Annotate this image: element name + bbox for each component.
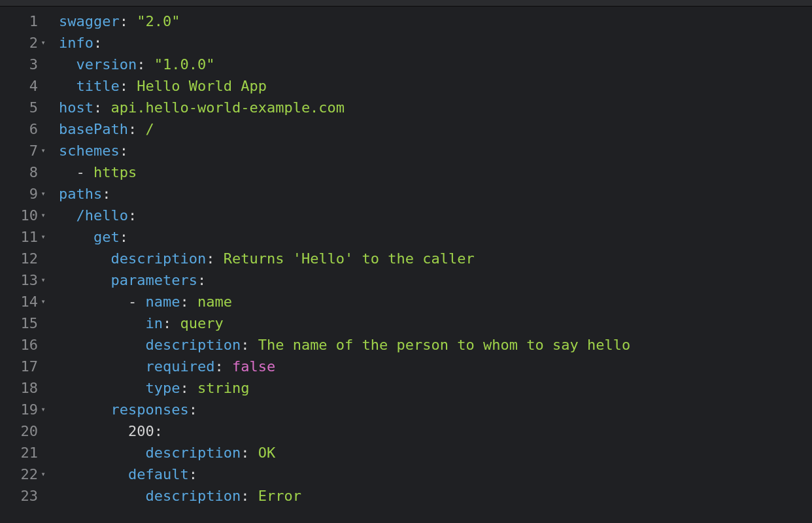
code-line[interactable]: description: Error bbox=[59, 485, 812, 507]
code-token-plain bbox=[59, 380, 145, 396]
code-line[interactable]: type: string bbox=[59, 377, 812, 399]
line-number: 4 bbox=[0, 75, 52, 97]
fold-toggle-icon[interactable]: ▾ bbox=[39, 399, 47, 420]
line-number-text: 19 bbox=[21, 401, 39, 418]
line-number: 20 bbox=[0, 420, 52, 442]
code-token-plain bbox=[59, 337, 145, 353]
code-token-punct: : bbox=[163, 315, 180, 331]
code-token-plain bbox=[59, 229, 93, 245]
line-number: 11▾ bbox=[0, 226, 52, 248]
code-token-str: "2.0" bbox=[137, 13, 180, 29]
code-token-key: default bbox=[128, 466, 189, 482]
line-number-text: 12 bbox=[21, 250, 39, 267]
code-line[interactable]: required: false bbox=[59, 356, 812, 377]
code-token-str: Hello World App bbox=[137, 78, 267, 94]
code-token-key: paths bbox=[59, 186, 102, 202]
code-line[interactable]: 200: bbox=[59, 420, 812, 442]
code-token-plain bbox=[59, 315, 145, 331]
code-line[interactable]: default: bbox=[59, 464, 812, 485]
line-number-text: 7 bbox=[29, 143, 38, 159]
code-token-punct: : bbox=[189, 401, 197, 418]
code-token-key: type bbox=[145, 380, 180, 396]
code-token-punct: : bbox=[241, 488, 258, 504]
line-number: 12 bbox=[0, 248, 52, 269]
line-number: 7▾ bbox=[0, 140, 52, 161]
line-number: 17 bbox=[0, 356, 52, 377]
code-token-key: name bbox=[145, 294, 180, 310]
code-token-key: description bbox=[145, 445, 241, 461]
fold-toggle-icon[interactable]: ▾ bbox=[39, 32, 47, 54]
code-line[interactable]: responses: bbox=[59, 399, 812, 420]
code-line[interactable]: in: query bbox=[59, 312, 812, 334]
line-number: 2▾ bbox=[0, 32, 52, 54]
code-token-str: The name of the person to whom to say he… bbox=[258, 337, 631, 353]
code-token-key: title bbox=[76, 78, 120, 94]
line-number: 15 bbox=[0, 312, 52, 334]
fold-toggle-icon[interactable]: ▾ bbox=[39, 226, 47, 248]
code-token-str: query bbox=[180, 315, 223, 331]
code-token-punct: : bbox=[180, 294, 197, 310]
fold-toggle-icon[interactable]: ▾ bbox=[39, 464, 47, 485]
line-number-gutter: 12▾34567▾89▾10▾11▾1213▾14▾1516171819▾202… bbox=[0, 7, 52, 523]
code-line[interactable]: - name: name bbox=[59, 291, 812, 312]
line-number-text: 10 bbox=[21, 207, 39, 224]
code-line[interactable]: parameters: bbox=[59, 269, 812, 291]
code-line[interactable]: description: OK bbox=[59, 442, 812, 464]
code-token-punct: : bbox=[93, 99, 111, 116]
code-token-plain bbox=[59, 358, 145, 375]
code-line[interactable]: - https bbox=[59, 161, 812, 183]
line-number: 21 bbox=[0, 442, 52, 464]
code-token-punct: : bbox=[120, 143, 128, 159]
code-area[interactable]: swagger: "2.0"info: version: "1.0.0" tit… bbox=[52, 7, 812, 523]
code-line[interactable]: schemes: bbox=[59, 140, 812, 161]
code-token-str: "1.0.0" bbox=[154, 56, 215, 73]
code-line[interactable]: description: Returns 'Hello' to the call… bbox=[59, 248, 812, 269]
code-token-punct: - bbox=[128, 294, 146, 310]
code-token-key: /hello bbox=[76, 207, 128, 224]
code-line[interactable]: description: The name of the person to w… bbox=[59, 334, 812, 356]
code-token-key: parameters bbox=[110, 272, 197, 288]
code-token-punct: : bbox=[241, 445, 258, 461]
code-token-key: required bbox=[145, 358, 214, 375]
fold-toggle-icon[interactable]: ▾ bbox=[39, 291, 47, 312]
line-number-text: 1 bbox=[29, 13, 38, 29]
code-line[interactable]: basePath: / bbox=[59, 118, 812, 140]
code-token-punct: : bbox=[154, 423, 163, 439]
code-token-punct: : bbox=[102, 186, 110, 202]
code-token-str: Returns 'Hello' to the caller bbox=[224, 250, 475, 267]
code-line[interactable]: get: bbox=[59, 226, 812, 248]
fold-toggle-icon[interactable]: ▾ bbox=[39, 269, 47, 291]
code-editor[interactable]: 12▾34567▾89▾10▾11▾1213▾14▾1516171819▾202… bbox=[0, 7, 812, 523]
code-line[interactable]: /hello: bbox=[59, 205, 812, 226]
line-number: 23 bbox=[0, 485, 52, 507]
fold-toggle-icon[interactable]: ▾ bbox=[39, 183, 47, 205]
code-line[interactable]: swagger: "2.0" bbox=[59, 10, 812, 32]
line-number-text: 15 bbox=[21, 315, 39, 331]
code-line[interactable]: paths: bbox=[59, 183, 812, 205]
code-token-num: 200 bbox=[128, 423, 154, 439]
code-token-str: name bbox=[197, 294, 232, 310]
code-token-punct: : bbox=[241, 337, 258, 353]
line-number-text: 2 bbox=[29, 35, 38, 51]
code-token-plain bbox=[59, 488, 145, 504]
code-token-punct: - bbox=[76, 164, 94, 180]
code-line[interactable]: host: api.hello-world-example.com bbox=[59, 97, 812, 118]
code-line[interactable]: version: "1.0.0" bbox=[59, 54, 812, 75]
line-number-text: 9 bbox=[29, 186, 38, 202]
fold-toggle-icon[interactable]: ▾ bbox=[39, 205, 47, 226]
fold-toggle-icon[interactable]: ▾ bbox=[39, 140, 47, 161]
code-token-str: string bbox=[197, 380, 249, 396]
code-token-key: description bbox=[145, 488, 241, 504]
code-token-plain bbox=[59, 56, 76, 73]
line-number-text: 23 bbox=[21, 488, 39, 504]
code-token-plain bbox=[59, 164, 76, 180]
line-number: 13▾ bbox=[0, 269, 52, 291]
code-token-str: Error bbox=[258, 488, 301, 504]
code-line[interactable]: title: Hello World App bbox=[59, 75, 812, 97]
line-number-text: 22 bbox=[21, 466, 39, 482]
code-token-punct: : bbox=[128, 121, 146, 137]
code-line[interactable]: info: bbox=[59, 32, 812, 54]
code-token-punct: : bbox=[120, 229, 128, 245]
code-token-str: https bbox=[93, 164, 137, 180]
line-number: 10▾ bbox=[0, 205, 52, 226]
